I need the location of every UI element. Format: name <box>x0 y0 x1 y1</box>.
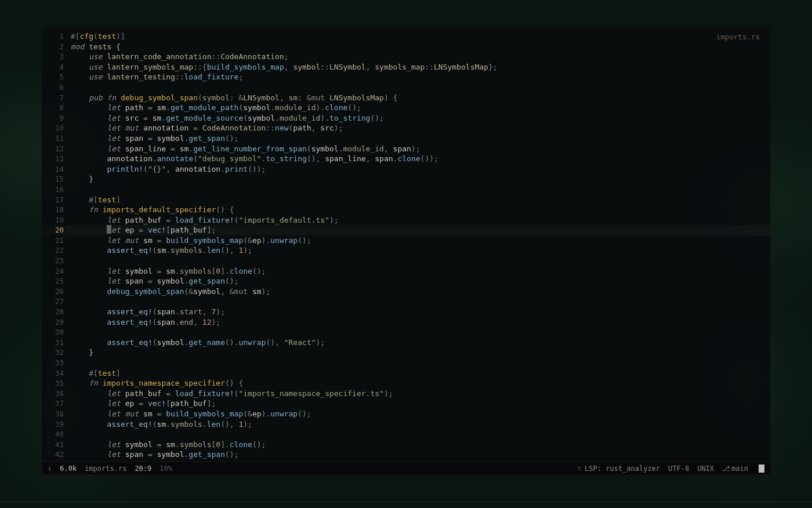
code-content[interactable]: #[cfg(test)] mod tests { use lantern_cod… <box>66 31 770 462</box>
code-token: span <box>393 144 411 153</box>
code-line[interactable]: et ep = vec![path_buf]; <box>66 225 770 235</box>
code-token: print <box>225 165 248 173</box>
code-line[interactable]: let span = symbol.get_span(); <box>66 133 770 144</box>
code-line[interactable]: fn imports_namespace_specifier() { <box>66 378 770 389</box>
code-line[interactable] <box>66 256 770 266</box>
code-line[interactable]: pub fn debug_symbol_span(symbol: &LNSymb… <box>66 93 770 103</box>
code-line[interactable]: } <box>66 347 770 358</box>
line-number: 13 <box>42 154 64 164</box>
code-line[interactable]: let path_buf = load_fixture!("imports_na… <box>66 389 770 399</box>
code-token: . <box>175 318 180 326</box>
code-token: : <box>298 93 307 102</box>
code-token: , <box>284 63 293 71</box>
code-line[interactable]: let symbol = sm.symbols[0].clone(); <box>66 266 770 277</box>
code-line[interactable] <box>66 82 770 93</box>
code-token: #[ <box>71 32 80 41</box>
code-token: let <box>71 114 125 122</box>
code-line[interactable]: println!("{}", annotation.print()); <box>66 164 770 175</box>
code-line[interactable]: let src = sm.get_module_source(symbol.mo… <box>66 113 770 124</box>
code-line[interactable]: let ep = vec![path_buf]; <box>66 398 770 409</box>
line-ending: UNIX <box>697 465 714 473</box>
line-number: 29 <box>42 317 64 328</box>
code-line[interactable] <box>66 327 770 338</box>
code-line[interactable] <box>66 429 770 440</box>
code-token <box>71 318 107 326</box>
code-line[interactable] <box>66 358 770 368</box>
code-token: LNSymbol <box>329 63 366 71</box>
line-number: 11 <box>42 133 64 144</box>
code-line[interactable]: mod tests { <box>66 42 770 52</box>
code-line[interactable]: assert_eq!(span.end, 12); <box>66 317 770 328</box>
code-line[interactable]: } <box>66 174 770 184</box>
code-token: , <box>202 307 212 316</box>
code-line[interactable]: use lantern_code_annotation::CodeAnnotat… <box>66 52 770 62</box>
code-token: path_buf <box>125 389 162 398</box>
code-line[interactable]: let symbol = sm.symbols[0].clone(); <box>66 440 770 450</box>
code-token: ); <box>411 144 420 153</box>
code-token: ). <box>262 236 271 245</box>
code-token: ( <box>143 165 148 173</box>
code-token <box>71 165 107 173</box>
code-token: CodeAnnotation <box>220 52 284 61</box>
code-token: ); <box>384 389 393 398</box>
line-number: 34 <box>42 368 64 379</box>
line-number: 16 <box>42 184 64 195</box>
code-token: mod <box>71 42 89 51</box>
code-line[interactable]: let path_buf = load_fixture!("imports_de… <box>66 215 770 226</box>
code-line[interactable] <box>66 184 770 195</box>
code-line[interactable]: use lantern_symbols_map::{build_symbols_… <box>66 62 770 72</box>
code-token: let <box>71 440 125 449</box>
code-line[interactable]: let path = sm.get_module_path(symbol.mod… <box>66 103 770 113</box>
code-token: ( <box>153 246 157 255</box>
code-area[interactable]: 1234567891011121314151617181920212223242… <box>42 28 770 462</box>
line-number: 25 <box>42 276 64 286</box>
code-token: ( <box>153 318 157 326</box>
code-line[interactable]: debug_symbol_span(&symbol, &mut sm); <box>66 286 770 297</box>
code-line[interactable]: let mut sm = build_symbols_map(&ep).unwr… <box>66 409 770 419</box>
code-token: path_buf <box>171 399 207 408</box>
code-line[interactable]: let span_line = sm.get_line_number_from_… <box>66 144 770 154</box>
code-line[interactable]: let mut annotation = CodeAnnotation::new… <box>66 123 770 133</box>
code-line[interactable]: use lantern_testing::load_fixture; <box>66 72 770 82</box>
code-token: assert_eq! <box>107 338 152 347</box>
code-token: ( <box>243 114 248 122</box>
code-token: span <box>157 307 175 316</box>
code-token: LNSymbolsMap <box>329 93 384 102</box>
code-token: "debug symbol" <box>198 154 262 163</box>
code-token: & <box>188 287 193 296</box>
code-line[interactable]: #[test] <box>66 195 770 205</box>
code-line[interactable]: assert_eq!(sm.symbols.len(), 1); <box>66 419 770 430</box>
code-line[interactable]: #[cfg(test)] <box>66 31 770 42</box>
code-token: { <box>111 42 121 51</box>
code-line[interactable]: #[test] <box>66 368 770 379</box>
code-token: clone <box>397 154 420 163</box>
code-line[interactable]: let mut sm = build_symbols_map(&ep).unwr… <box>66 235 770 246</box>
code-token: let mut <box>71 124 143 132</box>
code-token: let mut <box>71 409 143 418</box>
editor-window: imports.rs 12345678910111213141516171819… <box>42 28 770 474</box>
code-token: &mut <box>230 287 252 296</box>
code-token: assert_eq! <box>107 246 152 255</box>
code-line[interactable]: annotation.annotate("debug symbol".to_st… <box>66 154 770 164</box>
code-token: : <box>230 93 239 102</box>
code-token: assert_eq! <box>107 420 152 429</box>
line-number: 38 <box>42 409 64 419</box>
code-line[interactable] <box>66 296 770 307</box>
code-line[interactable]: assert_eq!(span.start, 7); <box>66 307 770 317</box>
code-line[interactable]: let span = symbol.get_span(); <box>66 449 770 460</box>
code-token: end <box>180 318 193 326</box>
code-line[interactable]: assert_eq!(symbol.get_name().unwrap(), "… <box>66 338 770 348</box>
code-token: ) { <box>384 93 397 102</box>
code-token <box>71 154 107 163</box>
code-token: assert_eq! <box>107 307 152 316</box>
code-token: (); <box>252 440 266 449</box>
scroll-percent: 10% <box>160 465 172 473</box>
code-token: pub fn <box>71 93 121 102</box>
code-token: symbol <box>193 287 220 296</box>
code-line[interactable]: let span = symbol.get_span(); <box>66 276 770 286</box>
code-line[interactable]: assert_eq!(sm.symbols.len(), 1); <box>66 245 770 256</box>
code-token: symbols_map <box>375 63 425 71</box>
code-token: , <box>193 318 202 326</box>
code-token: 12 <box>202 318 212 326</box>
code-line[interactable]: fn imports_default_specifier() { <box>66 205 770 215</box>
